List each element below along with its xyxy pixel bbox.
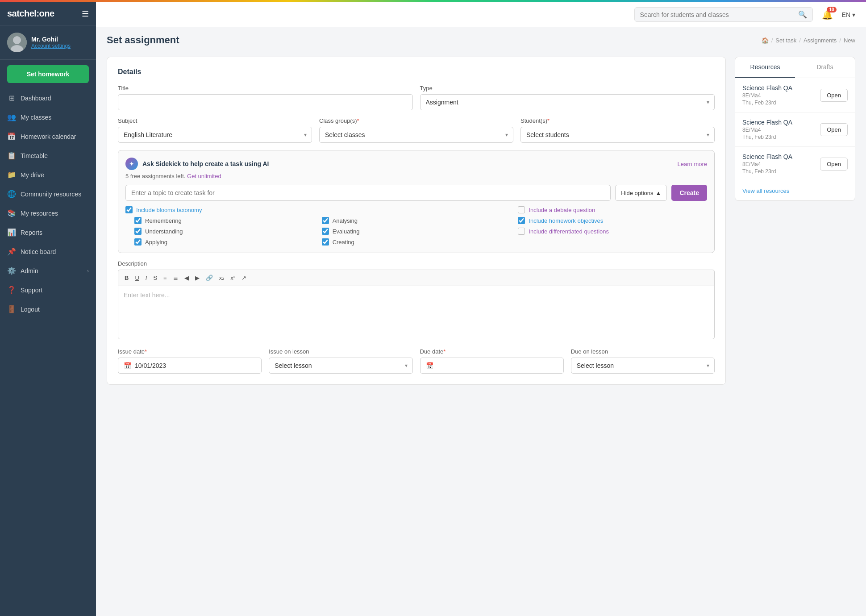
ai-topic-input[interactable] — [125, 185, 611, 201]
home-icon[interactable]: 🏠 — [762, 37, 769, 44]
account-settings-link[interactable]: Account settings — [31, 43, 71, 49]
resource-name: Science Flash QA — [742, 153, 792, 160]
issue-lesson-select[interactable]: Select lesson — [269, 358, 412, 374]
description-area[interactable]: Enter text here... — [118, 286, 715, 339]
sidebar-item-my-drive[interactable]: 📁 My drive — [0, 165, 96, 184]
analysing-checkbox[interactable] — [322, 217, 329, 224]
create-button[interactable]: Create — [671, 185, 707, 201]
link-button[interactable]: 🔗 — [203, 273, 216, 283]
description-placeholder: Enter text here... — [124, 291, 170, 299]
sidebar-item-community-resources[interactable]: 🌐 Community resources — [0, 184, 96, 204]
tab-resources[interactable]: Resources — [735, 57, 795, 78]
due-date-wrapper[interactable]: 📅 — [420, 358, 564, 374]
applying-checkbox[interactable] — [134, 238, 142, 246]
resource-open-button-1[interactable]: Open — [820, 89, 848, 102]
due-lesson-select[interactable]: Select lesson — [571, 358, 715, 374]
subscript-button[interactable]: x₂ — [216, 273, 227, 283]
sidebar-item-homework-calendar[interactable]: 📅 Homework calendar — [0, 127, 96, 146]
hamburger-icon[interactable]: ☰ — [82, 9, 89, 19]
form-panel: Details Title Type Assignment — [107, 57, 726, 605]
breadcrumb: 🏠 / Set task / Assignments / New — [762, 37, 855, 44]
due-date-input[interactable] — [437, 362, 558, 369]
subject-class-row: Subject English Literature Mathematics S… — [118, 117, 715, 143]
unordered-list-button[interactable]: ≡ — [161, 273, 170, 283]
remembering-checkbox[interactable] — [134, 217, 142, 224]
issue-date-wrapper[interactable]: 📅 — [118, 358, 262, 374]
ai-learn-more-link[interactable]: Learn more — [678, 161, 707, 167]
option-diff-questions[interactable]: Include differentiated questions — [518, 228, 707, 235]
strikethrough-button[interactable]: S — [150, 273, 160, 283]
sidebar-item-my-classes[interactable]: 👥 My classes — [0, 108, 96, 127]
option-evaluating[interactable]: Evaluating — [322, 228, 511, 235]
resource-meta1: 8E/Ma4 — [742, 127, 792, 133]
outdent-button[interactable]: ◀ — [182, 273, 192, 283]
bold-button[interactable]: B — [122, 273, 131, 283]
resource-name: Science Flash QA — [742, 119, 792, 126]
resource-open-button-2[interactable]: Open — [820, 123, 848, 136]
breadcrumb-assignments[interactable]: Assignments — [804, 37, 837, 44]
admin-icon: ⚙️ — [7, 266, 16, 275]
italic-button[interactable]: I — [143, 273, 150, 283]
notification-badge: 10 — [827, 7, 836, 12]
sidebar-item-admin[interactable]: ⚙️ Admin › — [0, 261, 96, 280]
sidebar-item-label: Logout — [21, 306, 89, 313]
sidebar-item-notice-board[interactable]: 📌 Notice board — [0, 242, 96, 261]
resource-item-2: Science Flash QA 8E/Ma4 Thu, Feb 23rd Op… — [735, 112, 855, 147]
language-selector[interactable]: EN ▾ — [842, 11, 855, 18]
svg-point-1 — [13, 36, 21, 44]
option-remembering[interactable]: Remembering — [125, 217, 315, 224]
sidebar-item-reports[interactable]: 📊 Reports — [0, 223, 96, 242]
indent-button[interactable]: ▶ — [192, 273, 202, 283]
calendar-icon: 📅 — [124, 362, 131, 369]
option-blooms[interactable]: Include blooms taxonomy — [125, 206, 315, 213]
blooms-checkbox[interactable] — [125, 206, 133, 213]
option-hw-objectives[interactable]: Include homework objectives — [518, 217, 707, 224]
search-input[interactable] — [640, 11, 795, 18]
class-select[interactable]: Select classes — [319, 127, 513, 143]
admin-arrow-icon: › — [87, 268, 89, 274]
option-analysing[interactable]: Analysing — [322, 217, 511, 224]
evaluating-checkbox[interactable] — [322, 228, 329, 235]
underline-button[interactable]: U — [132, 273, 142, 283]
sidebar-item-support[interactable]: ❓ Support — [0, 280, 96, 300]
tab-drafts[interactable]: Drafts — [795, 57, 855, 78]
creating-checkbox[interactable] — [322, 238, 329, 246]
hide-options-button[interactable]: Hide options ▲ — [615, 185, 667, 201]
search-bar[interactable]: 🔍 — [634, 7, 813, 22]
diff-questions-checkbox-unchecked — [518, 228, 525, 235]
sidebar-item-timetable[interactable]: 📋 Timetable — [0, 146, 96, 165]
subject-group: Subject English Literature Mathematics S… — [118, 117, 312, 143]
notification-button[interactable]: 🔔 10 — [820, 8, 835, 22]
option-debate[interactable]: Include a debate question — [518, 206, 707, 213]
issue-lesson-select-wrapper: Select lesson — [269, 358, 412, 374]
due-lesson-group: Due on lesson Select lesson — [571, 348, 715, 374]
ordered-list-button[interactable]: ≣ — [171, 273, 181, 283]
student-select[interactable]: Select students — [520, 127, 715, 143]
type-select[interactable]: Assignment Quiz Project Essay — [420, 94, 715, 110]
breadcrumb-set-task[interactable]: Set task — [775, 37, 796, 44]
understanding-checkbox[interactable] — [134, 228, 142, 235]
option-understanding[interactable]: Understanding — [125, 228, 315, 235]
get-unlimited-link[interactable]: Get unlimited — [187, 173, 221, 179]
sidebar-item-label: My drive — [21, 171, 89, 179]
option-applying[interactable]: Applying — [125, 238, 315, 246]
sidebar-item-label: Homework calendar — [21, 133, 89, 140]
issue-lesson-label: Issue on lesson — [269, 348, 412, 355]
option-creating[interactable]: Creating — [322, 238, 511, 246]
set-homework-button[interactable]: Set homework — [7, 65, 89, 83]
superscript-button[interactable]: x² — [228, 273, 238, 283]
resource-open-button-3[interactable]: Open — [820, 158, 848, 171]
expand-button[interactable]: ↗ — [239, 273, 249, 283]
resource-name: Science Flash QA — [742, 84, 792, 92]
resource-meta1: 8E/Ma4 — [742, 161, 792, 167]
subject-select[interactable]: English Literature Mathematics Science — [118, 127, 312, 143]
due-date-group: Due date* 📅 — [420, 348, 564, 374]
sidebar-item-logout[interactable]: 🚪 Logout — [0, 300, 96, 319]
description-label: Description — [118, 260, 715, 267]
view-all-resources-link[interactable]: View all resources — [735, 181, 855, 200]
sidebar-item-my-resources[interactable]: 📚 My resources — [0, 204, 96, 223]
issue-date-input[interactable] — [135, 362, 256, 369]
hw-objectives-checkbox[interactable] — [518, 217, 525, 224]
sidebar-item-dashboard[interactable]: ⊞ Dashboard — [0, 88, 96, 108]
title-input[interactable] — [118, 94, 413, 110]
